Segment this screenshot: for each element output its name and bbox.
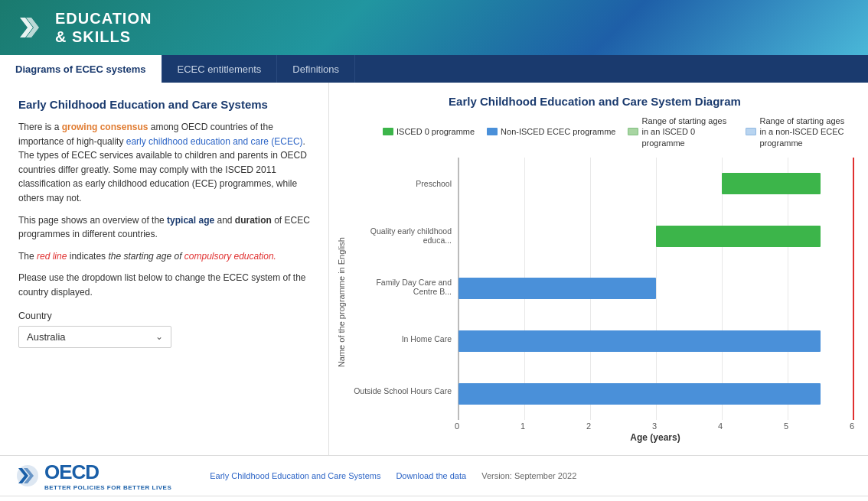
bar-family_day: [458, 278, 656, 299]
y-labels: Preschool Quality early childhood educa.…: [351, 158, 458, 420]
description-para2: This page shows an overview of the typic…: [18, 213, 310, 242]
main-content: Early Childhood Education and Care Syste…: [0, 83, 868, 455]
header-title-line1: EDUCATION: [55, 9, 152, 28]
country-label: Country: [18, 311, 310, 321]
description-para3: The red line indicates the starting age …: [18, 249, 310, 264]
x-tick-6: 6: [850, 421, 854, 431]
nav-item-definitions[interactable]: Definitions: [277, 55, 355, 83]
oecd-sub-text: BETTER POLICIES FOR BETTER LIVES: [44, 484, 171, 491]
legend-color-light-blue: [746, 128, 756, 135]
bar-outside_school: [458, 383, 821, 405]
x-axis-container: Age (years) 0123456: [458, 420, 853, 447]
oecd-footer-chevron-icon: [15, 464, 40, 488]
bar-in_home: [458, 330, 821, 352]
oecd-chevron-icon: [15, 11, 47, 44]
bars-and-labels: Preschool Quality early childhood educa.…: [351, 158, 853, 420]
legend-color-light-green: [628, 128, 638, 135]
oecd-text: OECD: [44, 460, 171, 484]
chart-area: Name of the programme in English Prescho…: [337, 158, 853, 447]
country-section: Country Australia ⌄: [18, 311, 310, 348]
description-para1: There is a growing consensus among OECD …: [18, 120, 310, 206]
x-tick-5: 5: [784, 421, 788, 431]
footer-version: Version: September 2022: [481, 471, 576, 480]
header-logo: EDUCATION & SKILLS: [15, 9, 152, 46]
nav-item-entitlements[interactable]: ECEC entitlements: [162, 55, 278, 83]
oecd-footer-logo: OECD BETTER POLICIES FOR BETTER LIVES: [15, 460, 171, 491]
footer-link-ecec[interactable]: Early Childhood Education and Care Syste…: [210, 471, 380, 480]
header-title-block: EDUCATION & SKILLS: [55, 9, 152, 46]
legend-color-green: [383, 128, 393, 135]
chart-legend: ISCED 0 programme Non-ISCED ECEC program…: [337, 115, 853, 148]
bar-preschool: [722, 173, 821, 194]
x-tick-4: 4: [718, 421, 723, 431]
country-value: Australia: [27, 331, 66, 343]
footer-link-download[interactable]: Download the data: [396, 471, 466, 480]
left-panel: Early Childhood Education and Care Syste…: [0, 83, 329, 455]
highlight-early: early childhood education and care (ECEC…: [126, 136, 303, 147]
highlight-compulsory: compulsory education.: [184, 251, 276, 262]
x-axis-label: Age (years): [458, 432, 853, 443]
header-title-line2: & SKILLS: [55, 28, 152, 46]
grid-line-4: [722, 158, 723, 420]
legend-range-isced0: Range of starting ages in an ISCED 0 pro…: [628, 115, 733, 148]
chart-wrapper: Preschool Quality early childhood educa.…: [351, 158, 853, 447]
y-axis-label: Name of the programme in English: [337, 158, 346, 447]
y-label-outside: Outside School Hours Care: [351, 365, 458, 417]
x-tick-1: 1: [520, 421, 525, 431]
bar-quality_ecec: [656, 226, 821, 247]
highlight-duration: duration: [235, 215, 272, 226]
footer: OECD BETTER POLICIES FOR BETTER LIVES Ea…: [0, 455, 868, 496]
legend-label-isced0: ISCED 0 programme: [396, 127, 475, 136]
nav-bar: Diagrams of ECEC systems ECEC entitlemen…: [0, 55, 868, 83]
chevron-down-icon: ⌄: [155, 331, 163, 342]
x-tick-0: 0: [455, 421, 459, 431]
y-label-inhome: In Home Care: [351, 313, 458, 365]
legend-isced0: ISCED 0 programme: [383, 115, 475, 148]
compulsory-age-line: [853, 158, 854, 420]
highlight-red-line: red line: [37, 251, 67, 262]
description-para4: Please use the dropdown list below to ch…: [18, 271, 310, 299]
x-tick-3: 3: [652, 421, 657, 431]
grid-line-3: [656, 158, 657, 420]
x-tick-2: 2: [586, 421, 591, 431]
legend-color-blue: [487, 128, 498, 135]
bars-plot: [458, 158, 853, 420]
legend-label-nonisced: Non-ISCED ECEC programme: [501, 127, 615, 136]
country-select[interactable]: Australia ⌄: [18, 326, 171, 348]
y-label-preschool: Preschool: [351, 158, 458, 210]
legend-label-range-isced0: Range of starting ages in an ISCED 0 pro…: [641, 115, 733, 148]
header: EDUCATION & SKILLS: [0, 0, 868, 55]
y-label-family: Family Day Care and Centre B...: [351, 262, 458, 314]
highlight-typical: typical age: [167, 215, 214, 226]
footer-links: Early Childhood Education and Care Syste…: [210, 471, 576, 480]
highlight-growing: growing consensus: [62, 122, 148, 132]
left-section-title: Early Childhood Education and Care Syste…: [18, 98, 310, 111]
y-label-quality: Quality early childhood educa...: [351, 210, 458, 262]
legend-nonisced: Non-ISCED ECEC programme: [487, 115, 615, 148]
chart-title: Early Childhood Education and Care Syste…: [337, 95, 853, 108]
nav-item-diagrams[interactable]: Diagrams of ECEC systems: [0, 55, 162, 83]
legend-label-range-nonisced: Range of starting ages in a non-ISCED EC…: [759, 115, 851, 148]
bottom-bar: Microsoft Power BI ‹ 1 de 4 › - + 83% ◱ …: [0, 496, 868, 501]
legend-range-nonisced: Range of starting ages in a non-ISCED EC…: [746, 115, 851, 148]
grid-line-5: [788, 158, 788, 420]
right-panel: Early Childhood Education and Care Syste…: [329, 83, 868, 455]
